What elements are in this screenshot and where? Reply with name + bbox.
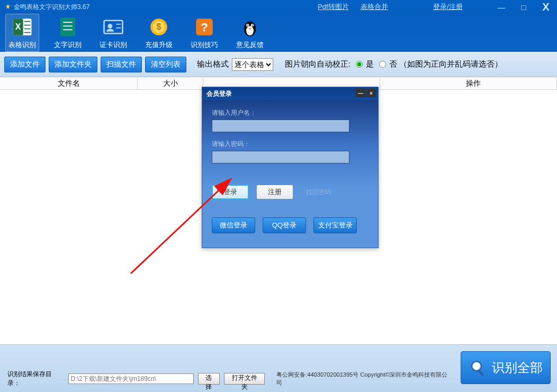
coin-icon: $ (148, 16, 170, 38)
copyright-text: 粤公网安备:44030702001395号 Copyright©深圳市金鸣科技有… (276, 371, 451, 387)
link-pdf-convert[interactable]: Pdf转图片 (318, 2, 349, 12)
orientation-label: 图片朝向自动校正: (285, 59, 351, 69)
link-login-register[interactable]: 登录/注册 (433, 2, 463, 12)
orientation-no-radio[interactable] (379, 61, 386, 68)
column-operation: 操作 (380, 77, 557, 89)
choose-dir-button[interactable]: 选择 (198, 373, 220, 385)
scan-file-button[interactable]: 扫描文件 (101, 57, 142, 72)
login-button[interactable]: 登录 (212, 185, 249, 199)
svg-rect-7 (60, 18, 75, 37)
document-icon (57, 16, 79, 38)
forgot-password-link[interactable]: 找回密码 (306, 188, 331, 197)
username-input[interactable] (212, 120, 349, 132)
action-bar: 添加文件 添加文件夹 扫描文件 清空列表 输出格式 逐个表格 图片朝向自动校正:… (0, 52, 557, 77)
svg-text:$: $ (157, 22, 161, 31)
id-card-icon (102, 16, 124, 38)
recognize-all-button[interactable]: 识别全部 (461, 351, 551, 384)
toolbar-label: 文字识别 (54, 40, 82, 50)
orientation-yes-label: 是 (366, 59, 374, 69)
svg-rect-29 (478, 370, 484, 377)
link-table-merge[interactable]: 表格合并 (361, 2, 388, 12)
svg-point-24 (247, 24, 248, 25)
dialog-body: 请输入用户名： 请输入密码： 登录 注册 找回密码 微信登录 QQ登录 支付宝登… (202, 100, 378, 248)
orientation-hint: （如图为正向并乱码请选否） (399, 59, 502, 69)
window-close-button[interactable]: X (535, 0, 557, 14)
open-folder-button[interactable]: 打开文件夹 (224, 373, 265, 385)
save-dir-label: 识别结果保存目录： (7, 370, 64, 388)
toolbar-label: 意见反馈 (236, 40, 264, 50)
wechat-login-button[interactable]: 微信登录 (212, 217, 255, 233)
dialog-minimize-button[interactable]: — (356, 89, 365, 97)
app-icon (4, 3, 12, 11)
toolbar-text-ocr[interactable]: 文字识别 (51, 14, 85, 52)
toolbar-recharge[interactable]: $ 充值升级 (142, 14, 176, 52)
recognize-all-label: 识别全部 (492, 359, 543, 376)
username-label: 请输入用户名： (212, 108, 369, 117)
toolbar-tips[interactable]: ? 识别技巧 (187, 14, 221, 52)
alipay-login-button[interactable]: 支付宝登录 (313, 217, 357, 233)
svg-point-28 (473, 363, 480, 369)
login-dialog: 会员登录 — × 请输入用户名： 请输入密码： 登录 注册 找回密码 微信登录 … (202, 87, 379, 248)
svg-point-25 (251, 24, 253, 25)
dialog-title: 会员登录 (206, 89, 232, 98)
penguin-icon (239, 16, 261, 38)
toolbar-card-ocr[interactable]: 证卡识别 (96, 14, 130, 52)
qq-login-button[interactable]: QQ登录 (263, 217, 306, 233)
toolbar-label: 证卡识别 (100, 40, 127, 50)
main-toolbar: X 表格识别 文字识别 证卡识别 $ 充值升级 ? 识别技巧 意见反馈 (0, 14, 557, 52)
toolbar-label: 识别技巧 (191, 40, 218, 50)
register-button[interactable]: 注册 (256, 185, 293, 199)
svg-point-12 (108, 24, 113, 29)
toolbar-label: 表格识别 (8, 40, 36, 50)
window-maximize-button[interactable]: □ (513, 0, 535, 14)
svg-text:X: X (15, 22, 21, 31)
dialog-titlebar[interactable]: 会员登录 — × (202, 87, 378, 100)
footer: 识别全部 识别结果保存目录： 选择 打开文件夹 粤公网安备:4403070200… (0, 344, 557, 392)
titlebar: 金鸣表格文字识别大师3.67 Pdf转图片 表格合并 登录/注册 — □ X (0, 0, 557, 14)
excel-icon: X (11, 16, 33, 38)
password-input[interactable] (212, 151, 349, 163)
dialog-close-button[interactable]: × (366, 89, 376, 97)
password-label: 请输入密码： (212, 140, 369, 149)
svg-point-21 (246, 26, 254, 35)
column-size: 大小 (138, 77, 203, 89)
orientation-yes-radio[interactable] (356, 61, 363, 68)
toolbar-table-ocr[interactable]: X 表格识别 (5, 14, 39, 52)
save-dir-input[interactable] (68, 373, 194, 384)
column-filename: 文件名 (0, 77, 138, 89)
orientation-no-label: 否 (389, 59, 397, 69)
toolbar-label: 充值升级 (145, 40, 173, 50)
add-folder-button[interactable]: 添加文件夹 (49, 57, 97, 72)
svg-text:?: ? (201, 20, 208, 34)
add-file-button[interactable]: 添加文件 (4, 57, 46, 72)
toolbar-feedback[interactable]: 意见反馈 (233, 14, 267, 52)
help-icon: ? (193, 16, 215, 38)
output-format-label: 输出格式 (197, 59, 229, 69)
window-minimize-button[interactable]: — (490, 0, 513, 14)
clear-list-button[interactable]: 清空列表 (145, 57, 186, 72)
output-format-select[interactable]: 逐个表格 (232, 58, 273, 71)
magnifier-icon (469, 358, 488, 377)
app-title: 金鸣表格文字识别大师3.67 (14, 3, 89, 12)
